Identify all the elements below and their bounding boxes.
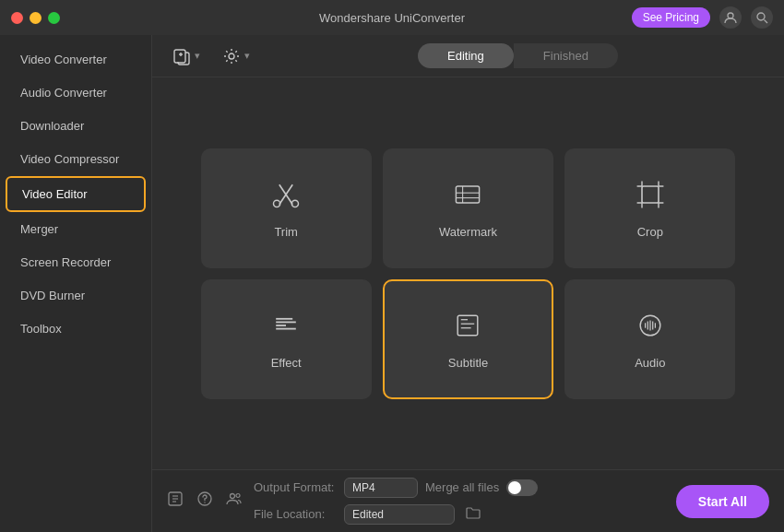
add-chevron: ▾ <box>195 50 200 62</box>
settings-button[interactable]: ▾ <box>217 43 255 69</box>
merge-toggle-switch[interactable] <box>506 479 538 496</box>
bottom-left: Output Format: MP4 MKV AVI MOV Merge all… <box>254 478 676 526</box>
subtitle-icon <box>451 309 484 347</box>
location-select[interactable]: Edited Desktop Custom... <box>344 504 455 525</box>
crop-icon <box>634 178 667 216</box>
format-select[interactable]: MP4 MKV AVI MOV <box>344 478 418 498</box>
window-controls <box>11 12 60 24</box>
trim-icon <box>269 178 303 216</box>
svg-rect-11 <box>457 186 480 203</box>
merge-toggle-row: Merge all files <box>425 479 538 496</box>
bottom-bar: Output Format: MP4 MKV AVI MOV Merge all… <box>152 469 784 532</box>
sidebar: Video ConverterAudio ConverterDownloader… <box>0 35 152 532</box>
book-icon[interactable] <box>167 491 184 512</box>
settings-chevron: ▾ <box>244 50 250 62</box>
main-layout: Video ConverterAudio ConverterDownloader… <box>0 35 784 532</box>
svg-point-0 <box>728 13 733 18</box>
editor-card-crop[interactable]: Crop <box>564 148 735 268</box>
editor-area: Trim Watermark Crop Effect Subtitle <box>152 77 784 469</box>
editor-card-label-subtitle: Subtitle <box>448 356 488 370</box>
output-format-row: Output Format: MP4 MKV AVI MOV Merge all… <box>254 478 676 498</box>
help-icon[interactable] <box>196 491 213 512</box>
sidebar-item-screen-recorder[interactable]: Screen Recorder <box>6 246 146 278</box>
tab-editing[interactable]: Editing <box>418 43 514 68</box>
svg-point-37 <box>231 494 235 499</box>
svg-point-36 <box>204 502 205 502</box>
svg-point-1 <box>757 13 765 20</box>
svg-line-2 <box>765 20 768 24</box>
svg-point-38 <box>236 494 240 498</box>
editor-card-trim[interactable]: Trim <box>201 148 372 268</box>
file-location-label: File Location: <box>254 507 337 521</box>
tab-finished[interactable]: Finished <box>514 43 618 68</box>
titlebar-actions: See Pricing <box>632 6 773 29</box>
sidebar-item-video-converter[interactable]: Video Converter <box>6 43 146 76</box>
sidebar-item-video-editor[interactable]: Video Editor <box>6 176 146 212</box>
close-button[interactable] <box>11 12 23 24</box>
editor-card-label-audio: Audio <box>635 356 665 370</box>
maximize-button[interactable] <box>48 12 60 24</box>
svg-rect-3 <box>174 50 185 63</box>
start-all-button[interactable]: Start All <box>676 485 769 518</box>
folder-icon-button[interactable] <box>462 503 484 526</box>
editor-card-label-watermark: Watermark <box>439 225 497 239</box>
tab-bar: EditingFinished <box>418 36 618 76</box>
add-file-button[interactable]: ▾ <box>167 43 206 69</box>
sidebar-item-video-compressor[interactable]: Video Compressor <box>6 143 146 175</box>
watermark-icon <box>451 178 484 216</box>
editor-card-effect[interactable]: Effect <box>201 279 372 399</box>
editor-card-label-effect: Effect <box>271 356 302 370</box>
file-location-row: File Location: Edited Desktop Custom... <box>254 503 676 526</box>
toolbar: ▾ ▾ EditingFinished <box>152 35 784 77</box>
toggle-knob <box>508 481 521 494</box>
sidebar-item-dvd-burner[interactable]: DVD Burner <box>6 279 146 312</box>
app-title: Wondershare UniConverter <box>319 11 465 25</box>
editor-card-watermark[interactable]: Watermark <box>383 148 553 268</box>
content-area: ▾ ▾ EditingFinished Trim <box>152 35 784 532</box>
bottom-icons <box>167 491 243 512</box>
sidebar-item-downloader[interactable]: Downloader <box>6 110 146 142</box>
svg-rect-15 <box>642 186 659 203</box>
editor-card-label-trim: Trim <box>274 225 298 239</box>
sidebar-item-merger[interactable]: Merger <box>6 213 146 245</box>
titlebar: Wondershare UniConverter See Pricing <box>0 0 784 35</box>
search-icon[interactable] <box>751 6 773 29</box>
people-icon[interactable] <box>226 491 243 512</box>
see-pricing-button[interactable]: See Pricing <box>632 7 710 28</box>
audio-icon <box>634 309 667 347</box>
editor-grid: Trim Watermark Crop Effect Subtitle <box>201 148 736 399</box>
svg-point-6 <box>229 53 234 59</box>
merge-label: Merge all files <box>425 480 499 494</box>
user-icon[interactable] <box>719 6 742 29</box>
sidebar-item-toolbox[interactable]: Toolbox <box>6 313 146 345</box>
minimize-button[interactable] <box>30 12 42 24</box>
effect-icon <box>269 309 303 347</box>
editor-card-subtitle[interactable]: Subtitle <box>383 279 553 399</box>
sidebar-item-audio-converter[interactable]: Audio Converter <box>6 77 146 109</box>
editor-card-label-crop: Crop <box>637 225 663 239</box>
svg-rect-21 <box>458 315 479 336</box>
editor-card-audio[interactable]: Audio <box>564 279 735 399</box>
output-format-label: Output Format: <box>254 480 337 494</box>
